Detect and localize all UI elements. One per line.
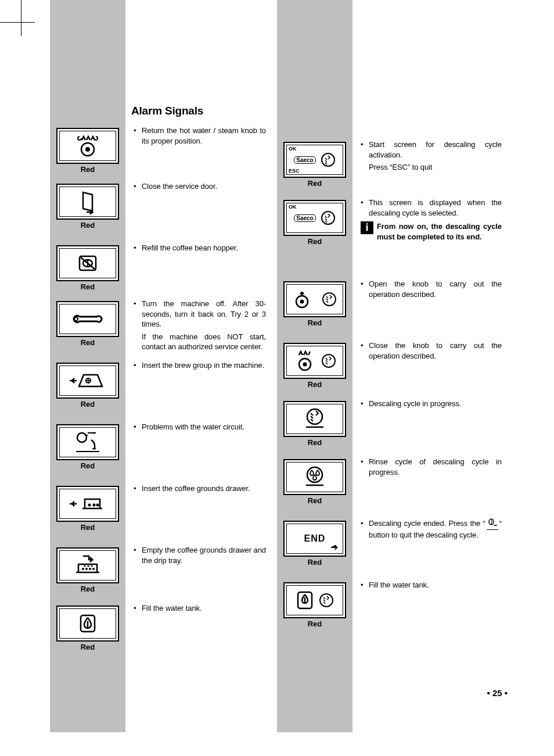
red-label: Red	[81, 461, 95, 470]
red-label: Red	[308, 380, 322, 389]
lcd-empty-grounds-icon	[56, 547, 119, 583]
right-column: OK ESC Saeco Red Start screen for descal…	[277, 139, 506, 636]
alarm-text: Open the knob to carry out the operation…	[361, 279, 502, 299]
alarm-text-extra: If the machine does NOT start, contact a…	[134, 332, 266, 352]
red-label: Red	[81, 221, 95, 230]
alarm-text: Descaling cycle ended. Press the ““ butt…	[361, 518, 502, 540]
svg-point-1	[85, 147, 90, 152]
svg-point-29	[300, 300, 304, 304]
alarm-row: Red Turn the machine off. After 30-secon…	[50, 299, 271, 360]
svg-point-27	[322, 212, 334, 224]
lcd-descale-progress-icon	[283, 401, 346, 437]
red-label: Red	[308, 237, 322, 246]
svg-point-34	[307, 409, 322, 424]
alarm-row: Red Close the knob to carry out the oper…	[277, 341, 506, 399]
svg-point-13	[88, 504, 91, 507]
alarm-text-extra: Press “ESC” to quit	[361, 162, 502, 173]
svg-point-22	[88, 565, 89, 567]
important-note: i From now on, the descaling cycle must …	[361, 221, 502, 242]
lcd-grounds-drawer-icon	[56, 486, 119, 522]
red-label: Red	[81, 643, 95, 651]
red-label: Red	[308, 558, 322, 567]
alarm-text: This screen is displayed when the descal…	[361, 198, 502, 218]
lcd-rinse-cycle-icon	[283, 459, 346, 495]
red-label: Red	[81, 282, 95, 291]
lcd-close-knob-icon	[283, 343, 346, 379]
svg-point-32	[303, 363, 307, 367]
svg-point-20	[92, 568, 95, 570]
svg-point-23	[91, 565, 93, 567]
alarm-row: END Red Descaling cycle ended. Press the…	[277, 518, 506, 580]
alarm-row: Red Refill the coffee bean hopper.	[50, 243, 271, 299]
alarm-row: Red Open the knob to carry out the opera…	[277, 279, 506, 341]
alarm-row: Red Problems with the water circuit.	[50, 422, 271, 483]
red-label: Red	[308, 496, 322, 505]
alarm-row: Red Insert the coffee grounds drawer.	[50, 483, 271, 545]
alarm-text: Descaling cycle in progress.	[361, 399, 502, 409]
red-label: Red	[308, 619, 322, 628]
lcd-water-tank-icon	[56, 605, 119, 642]
lcd-end-icon: END	[283, 521, 346, 557]
alarm-row: Red Descaling cycle in progress.	[277, 399, 506, 457]
alarm-text: Rinse cycle of descaling cycle in progre…	[361, 457, 502, 477]
lcd-bean-hopper-icon	[56, 245, 119, 281]
red-label: Red	[81, 338, 95, 347]
svg-point-17	[82, 568, 84, 570]
page-number: • 25 •	[487, 688, 508, 698]
lcd-steam-knob-icon	[56, 128, 119, 164]
svg-point-42	[320, 594, 333, 607]
lcd-brew-group-icon	[56, 363, 119, 399]
section-title: Alarm Signals	[131, 105, 271, 117]
red-label: Red	[308, 318, 322, 327]
red-label: Red	[81, 165, 95, 174]
alarm-text: Close the service door.	[134, 181, 266, 192]
alarm-text: Close the knob to carry out the operatio…	[361, 341, 502, 361]
svg-point-18	[85, 568, 88, 570]
svg-point-33	[322, 354, 335, 367]
info-icon: i	[361, 221, 373, 234]
bean-button-icon	[487, 518, 498, 530]
alarm-text: Insert the coffee grounds drawer.	[134, 483, 266, 494]
alarm-row: Red Return the hot water / steam knob to…	[50, 126, 271, 181]
alarm-text: Empty the coffee grounds drawer and the …	[134, 545, 266, 565]
left-column: Alarm Signals Red Return the hot water /…	[50, 105, 271, 659]
alarm-row: Red Fill the water tank.	[50, 603, 271, 659]
alarm-text: Insert the brew group in the machine.	[134, 360, 266, 371]
svg-point-10	[77, 433, 87, 442]
lcd-open-knob-icon	[283, 281, 346, 317]
alarm-text: Turn the machine off. After 30-seconds, …	[134, 299, 266, 329]
lcd-water-circuit-icon	[56, 424, 119, 460]
alarm-row: OK ESC Saeco Red Start screen for descal…	[277, 139, 506, 198]
red-label: Red	[81, 585, 95, 593]
svg-point-21	[84, 565, 86, 567]
alarm-row: Red Close the service door.	[50, 181, 271, 243]
red-label: Red	[308, 438, 322, 447]
svg-point-6	[74, 317, 78, 321]
svg-point-15	[96, 504, 99, 507]
alarm-text: Start screen for descaling cycle activat…	[361, 139, 502, 160]
alarm-text: Refill the coffee bean hopper.	[134, 243, 266, 253]
alarm-row: Red Fill the water tank.	[277, 580, 506, 636]
lcd-descale-selected-icon: OK Saeco	[283, 200, 346, 236]
lcd-service-door-icon	[56, 184, 119, 220]
red-label: Red	[81, 523, 95, 532]
alarm-row: Red Rinse cycle of descaling cycle in pr…	[277, 457, 506, 518]
svg-point-26	[322, 153, 334, 166]
lcd-descale-start-icon: OK ESC Saeco	[283, 142, 346, 178]
alarm-text: Return the hot water / steam knob to its…	[134, 126, 266, 146]
lcd-water-tank-descale-icon	[283, 582, 346, 618]
red-label: Red	[308, 179, 322, 188]
alarm-row: Red Empty the coffee grounds drawer and …	[50, 545, 271, 603]
red-label: Red	[81, 400, 95, 409]
alarm-text: Fill the water tank.	[134, 603, 266, 614]
svg-point-19	[89, 568, 91, 570]
alarm-text: Fill the water tank.	[361, 580, 502, 590]
alarm-text: Problems with the water circuit.	[134, 422, 266, 432]
lcd-wrench-icon	[56, 301, 119, 337]
svg-point-14	[93, 504, 96, 507]
alarm-row: Red Insert the brew group in the machine…	[50, 360, 271, 422]
svg-point-30	[323, 293, 336, 306]
alarm-row: OK Saeco Red This screen is displayed wh…	[277, 198, 506, 279]
